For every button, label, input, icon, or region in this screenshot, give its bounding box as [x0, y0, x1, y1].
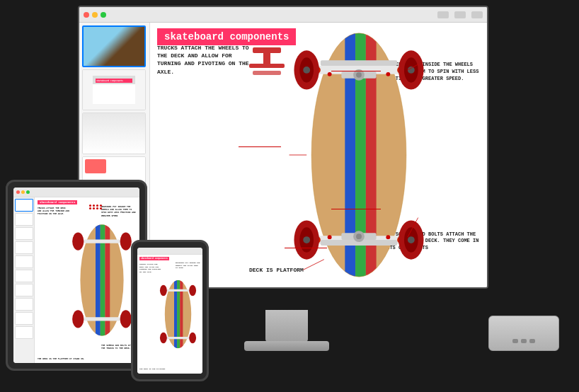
thumbnail-2[interactable]: skateboard components — [82, 69, 146, 110]
mac-mini-port — [512, 339, 518, 343]
screws-connector-line — [331, 209, 381, 209]
svg-point-35 — [328, 235, 332, 239]
monitor-toolbar — [79, 7, 487, 23]
tablet: skateboard components — [6, 180, 147, 371]
svg-line-43 — [303, 260, 324, 270]
bearing-connector-line — [331, 71, 381, 71]
svg-rect-3 — [253, 71, 281, 75]
toolbar-icon — [454, 11, 466, 18]
svg-point-34 — [386, 72, 390, 76]
minimize-button[interactable] — [92, 12, 98, 18]
toolbar-icon — [471, 11, 483, 18]
tablet-thumb-8 — [15, 298, 33, 311]
mac-mini — [488, 316, 559, 351]
svg-point-62 — [189, 285, 196, 296]
phone-content: skateboard components TRUCKS — [137, 255, 202, 374]
tablet-bearings-text: BEARINGS FIT INSIDE THE WHEELS AND ALLOW… — [101, 206, 137, 218]
svg-point-51 — [120, 233, 132, 250]
monitor-stand — [265, 310, 308, 342]
svg-point-33 — [328, 72, 332, 76]
tablet-thumb-10 — [15, 326, 33, 339]
page-title: skateboard components — [157, 28, 296, 45]
tablet-content: skateboard components — [13, 197, 139, 363]
tablet-thumb-2 — [15, 213, 33, 226]
tablet-close-dot — [16, 190, 20, 194]
phone-trucks-text: TRUCKS ATTACH THE DECK AND ALLOW FOR TUR… — [139, 263, 161, 273]
tablet-thumb-9 — [15, 312, 33, 325]
toolbar-icon — [437, 11, 449, 18]
tablet-trucks-text: TRUCKS ATTACH THE DECK AND ALLOW FOR TUR… — [38, 207, 69, 217]
phone-skateboard — [159, 255, 197, 374]
tablet-thumb-6 — [15, 270, 33, 282]
tablet-main-page: skateboard components — [35, 197, 139, 363]
svg-point-39 — [356, 234, 362, 239]
svg-point-54 — [120, 310, 132, 328]
close-button[interactable] — [84, 12, 89, 18]
svg-rect-63 — [164, 337, 192, 339]
tablet-skateboard — [70, 197, 134, 363]
svg-rect-11 — [321, 60, 397, 66]
svg-point-18 — [303, 67, 310, 74]
phone: skateboard components TRUCKS — [131, 240, 209, 381]
tablet-minimize-dot — [21, 190, 25, 194]
svg-point-36 — [386, 235, 390, 239]
svg-point-28 — [303, 236, 310, 243]
svg-rect-0 — [253, 47, 281, 53]
tablet-bearing-dots — [89, 204, 103, 209]
tablet-sidebar — [13, 197, 35, 363]
svg-point-65 — [189, 333, 196, 343]
phone-screen: skateboard components TRUCKS — [137, 248, 202, 374]
svg-rect-1 — [263, 53, 270, 64]
svg-point-64 — [160, 333, 167, 343]
svg-rect-52 — [80, 317, 125, 321]
mac-mini-ports — [512, 339, 535, 343]
maximize-button[interactable] — [101, 12, 106, 18]
svg-point-32 — [356, 72, 362, 78]
svg-point-50 — [72, 233, 84, 250]
truck-icon — [246, 44, 288, 79]
svg-rect-2 — [249, 64, 285, 68]
svg-point-61 — [160, 285, 167, 296]
trucks-description: TRUCKS ATTACH THE WHEELS TO THE DECK AND… — [157, 44, 249, 76]
tablet-thumb-3 — [15, 227, 33, 240]
tablet-screen: skateboard components — [13, 188, 139, 363]
tablet-thumb-4 — [15, 241, 33, 254]
tablet-toolbar — [13, 188, 139, 197]
tablet-maximize-dot — [26, 190, 30, 194]
phone-toolbar — [137, 248, 202, 255]
mac-mini-port — [521, 339, 527, 343]
trucks-connector-line — [239, 146, 281, 147]
tablet-thumb-5 — [15, 255, 33, 268]
tablet-thumb-1 — [15, 199, 33, 212]
svg-point-29 — [408, 236, 415, 243]
tablet-thumb-7 — [15, 284, 33, 296]
svg-point-53 — [72, 310, 84, 328]
svg-rect-60 — [164, 289, 192, 292]
svg-rect-49 — [80, 239, 125, 243]
thumbnail-1[interactable] — [82, 25, 146, 67]
monitor-base — [244, 341, 329, 351]
deck-connector-line — [285, 248, 327, 248]
tablet-bottom-text: THE DECK IS THE PLATFORM IT STAND ON. — [38, 358, 85, 360]
mac-mini-port — [529, 339, 535, 343]
phone-bottom-text: THE DECK IS THE PLATFORM. — [139, 368, 166, 370]
svg-point-19 — [408, 67, 415, 74]
phone-bearings-text: BEARINGS FIT INSIDE THE WHEELS AND ALLOW… — [176, 262, 200, 270]
thumbnail-3[interactable] — [82, 113, 146, 154]
